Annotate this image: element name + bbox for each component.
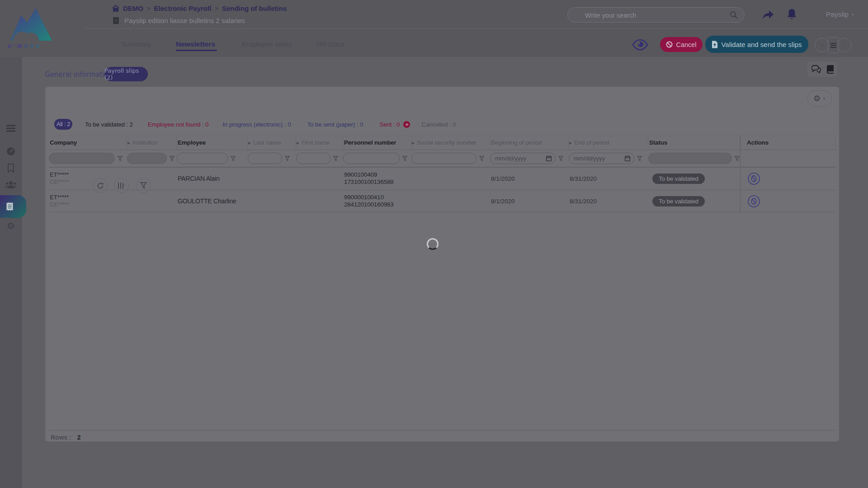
home-icon[interactable] — [112, 5, 119, 12]
status-chip-cancelled[interactable]: Cancelled : 0 — [421, 121, 456, 128]
filter-cell-actions — [740, 150, 835, 167]
status-chip-all[interactable]: All : 2 — [54, 119, 72, 130]
column-header-status[interactable]: Status — [648, 136, 740, 150]
status-chip-employee-not-found[interactable]: Employee not found : 0 — [148, 121, 208, 128]
search-icon[interactable] — [730, 11, 738, 19]
validate-and-send-button[interactable]: Validate and send the slips — [705, 36, 808, 53]
eye-icon[interactable] — [632, 38, 648, 51]
sidebar-item-settings gear-icon[interactable]: ⚙ — [0, 221, 22, 230]
filter-input-first-name[interactable] — [296, 153, 330, 164]
funnel-icon[interactable] — [333, 156, 338, 161]
funnel-icon[interactable] — [558, 156, 563, 161]
pager-prev-icon[interactable]: ‹ — [815, 38, 829, 52]
cell-employee: GOULOTTE Charline — [177, 190, 248, 212]
cell-actions — [740, 190, 835, 212]
tab-summary[interactable]: Summary — [121, 40, 151, 48]
cell-actions — [740, 168, 835, 190]
validate-button-label: Validate and send the slips — [721, 41, 802, 48]
status-chip-sent[interactable]: Sent : 0 + — [379, 121, 410, 128]
sidebar-item-bookmarks[interactable] — [0, 164, 22, 173]
breadcrumb-item-demo[interactable]: DEMO — [123, 5, 143, 12]
breadcrumb-item-sending-of-bulletins[interactable]: Sending of bulletins — [222, 5, 287, 12]
funnel-icon[interactable] — [170, 156, 175, 161]
funnel-icon[interactable] — [285, 156, 290, 161]
bell-icon[interactable] — [787, 9, 797, 20]
cancel-slip-button ban-icon[interactable] — [748, 195, 760, 207]
filter-input-begin-date[interactable] — [490, 153, 556, 164]
search-input[interactable] — [584, 8, 722, 23]
table-row[interactable]: ET***** CE***** GOULOTTE Charline 990000… — [49, 190, 835, 212]
cell-personnel-number: 9900100409 173100100136588 — [343, 168, 411, 190]
table-settings-button[interactable]: ⚙ ▼ — [807, 90, 832, 107]
chat-icon[interactable] — [811, 65, 821, 73]
status-chip-to-be-sent[interactable]: To be sent (paper) : 0 — [307, 121, 363, 128]
subtitle-text: Payslip edition liasse bulletins 2 salar… — [124, 17, 245, 24]
funnel-icon[interactable] — [735, 156, 740, 161]
funnel-icon[interactable] — [637, 156, 642, 161]
cell-first-name — [296, 190, 343, 212]
status-chip-in-progress[interactable]: In progress (electronic) : 0 — [222, 121, 291, 128]
filter-input-ssn[interactable] — [411, 153, 476, 164]
filter-input-institution[interactable] — [127, 153, 167, 164]
tab-hr-docs[interactable]: HR Docs — [316, 40, 344, 48]
book-icon[interactable] — [827, 65, 834, 74]
filter-input-status[interactable] — [648, 153, 732, 164]
column-header-company[interactable]: Company — [49, 136, 127, 150]
funnel-icon[interactable] — [479, 156, 484, 161]
expand-arrow-icon[interactable]: ▶ — [297, 136, 299, 150]
tab-payroll-slips-label: Payroll slips (2) — [104, 67, 148, 81]
status-chip-to-be-validated[interactable]: To be validated : 2 — [85, 121, 133, 128]
funnel-icon[interactable] — [231, 156, 236, 161]
tab-general-information[interactable]: General information — [45, 70, 113, 79]
sidebar-item-employees[interactable] — [0, 181, 22, 189]
column-header-actions: Actions — [740, 136, 835, 150]
funnel-icon[interactable] — [118, 156, 123, 161]
cancel-button[interactable]: Cancel — [660, 37, 703, 52]
filter-input-end-date[interactable] — [569, 153, 634, 164]
cell-company: ET***** CE***** — [49, 168, 127, 190]
expand-arrow-icon[interactable]: ▶ — [569, 136, 572, 150]
app: O'WORK DEMO > Electronic Payroll > Sendi… — [0, 0, 868, 488]
cell-personnel-number: 990000100410 284120100160963 — [343, 190, 411, 212]
pager-list-icon[interactable] — [828, 37, 839, 53]
column-header-end-of-period[interactable]: ▶End of period — [569, 136, 648, 150]
cell-period-end: 8/31/2020 — [569, 190, 648, 212]
table-row[interactable]: ET***** CE***** PARCIAN Alain 9900100409… — [49, 167, 835, 190]
chevron-down-icon: ▾ — [852, 12, 854, 17]
share-icon[interactable] — [762, 9, 774, 20]
expand-arrow-icon[interactable]: ▶ — [412, 136, 415, 150]
filter-input-last-name[interactable] — [248, 153, 282, 164]
expand-arrow-icon[interactable]: ▶ — [127, 136, 130, 150]
cell-status: To be validated — [648, 190, 740, 212]
card-corner-icons — [807, 61, 837, 77]
filter-input-company[interactable] — [49, 153, 115, 164]
status-badge: To be validated — [652, 196, 705, 206]
column-header-first-name[interactable]: ▶First name — [296, 136, 343, 150]
plus-circle-icon[interactable]: + — [403, 121, 410, 128]
column-header-personnel-number[interactable]: Personnel number — [343, 136, 411, 150]
cell-ssn — [411, 168, 490, 190]
column-header-ssn[interactable]: ▶Social security number — [411, 136, 490, 150]
hamburger-menu-icon[interactable] — [0, 125, 22, 132]
sidebar-item-dashboard[interactable] — [0, 147, 22, 156]
pager-next-icon[interactable]: › — [837, 38, 852, 52]
app-logo[interactable]: O'WORK — [8, 5, 62, 49]
user-menu[interactable]: Payslip ▾ — [826, 10, 854, 19]
cancel-slip-button ban-icon[interactable] — [748, 173, 760, 185]
sidebar-item-payslips-active[interactable] — [0, 195, 26, 218]
column-header-last-name[interactable]: ▶Last name — [248, 136, 296, 150]
filter-input-employee[interactable] — [177, 153, 228, 164]
tab-payroll-slips[interactable]: Payroll slips (2) — [104, 67, 148, 81]
expand-arrow-icon[interactable]: ▶ — [248, 136, 251, 150]
tab-employee-safes[interactable]: Employee safes — [242, 40, 292, 48]
global-search — [567, 7, 745, 23]
breadcrumb-separator: > — [215, 5, 218, 12]
filter-input-personnel-number[interactable] — [343, 153, 400, 164]
funnel-icon[interactable] — [402, 156, 407, 161]
breadcrumb-item-electronic-payroll[interactable]: Electronic Payroll — [154, 5, 212, 12]
loading-spinner — [427, 238, 439, 250]
column-header-beginning-of-period[interactable]: Beginning of period — [490, 136, 569, 150]
column-header-institution[interactable]: ▶Institution — [127, 136, 177, 150]
tab-newsletters[interactable]: Newsletters — [176, 40, 215, 48]
column-header-employee[interactable]: Employee — [177, 136, 248, 150]
